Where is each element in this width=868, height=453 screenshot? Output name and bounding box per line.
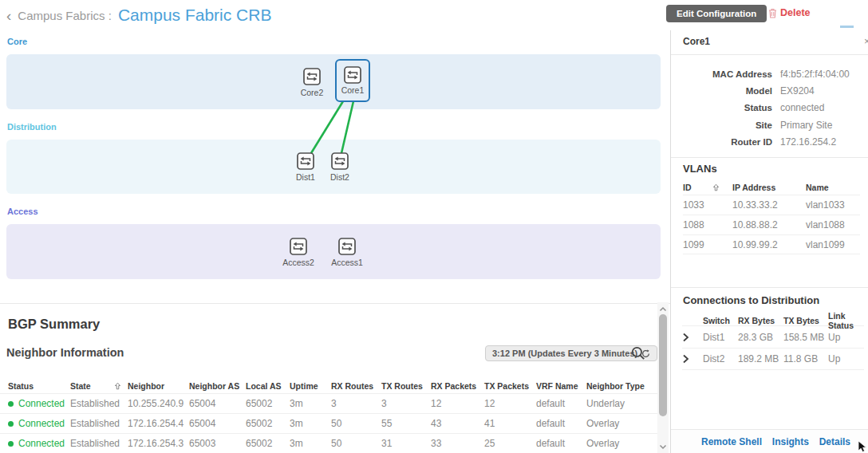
tx-packets-cell: 25 <box>484 438 536 449</box>
vlan-ip-cell: 10.88.88.2 <box>726 219 806 230</box>
status-dot-connected <box>8 421 14 427</box>
col-neighbor[interactable]: Neighbor <box>128 381 189 391</box>
state-cell: Established <box>70 438 128 449</box>
col-uptime[interactable]: Uptime <box>290 381 331 391</box>
scroll-down-icon[interactable] <box>658 442 668 451</box>
details-link[interactable]: Details <box>819 436 850 447</box>
detail-row: Site Primary Site <box>671 116 868 133</box>
insights-link[interactable]: Insights <box>772 436 809 447</box>
rx-packets-cell: 12 <box>431 398 484 409</box>
neighbor-as-cell: 65004 <box>189 418 246 429</box>
col-neighbor-as[interactable]: Neighbor AS <box>189 381 246 391</box>
uptime-cell: 3m <box>290 418 331 429</box>
node-label: Dist1 <box>296 172 315 182</box>
node-core2[interactable]: Core2 <box>293 68 331 97</box>
node-label: Core1 <box>341 85 365 95</box>
access-section-label: Access <box>7 207 38 216</box>
rx-packets-cell: 43 <box>431 418 484 429</box>
search-icon[interactable] <box>630 345 648 363</box>
col-vrf-name[interactable]: VRF Name <box>536 381 586 391</box>
vlan-name-cell: vlan1088 <box>806 219 860 230</box>
detail-value: Primary Site <box>780 120 832 131</box>
edit-configuration-button[interactable]: Edit Configuration <box>666 5 767 22</box>
vlan-row[interactable]: 1088 10.88.88.2 vlan1088 <box>683 215 860 234</box>
bgp-table-row[interactable]: Connected Established 172.16.254.4 65004… <box>0 413 657 433</box>
divider <box>671 287 868 288</box>
expand-chevron-icon[interactable] <box>682 333 703 342</box>
col-neighbor-type[interactable]: Neighbor Type <box>586 381 657 391</box>
vlan-id-cell: 1033 <box>683 199 726 211</box>
node-label: Access1 <box>331 258 363 267</box>
vlan-row[interactable]: 1099 10.99.99.2 vlan1099 <box>683 234 860 254</box>
switch-icon <box>331 152 349 170</box>
bgp-table-row[interactable]: Connected Established 10.255.240.9 65004… <box>0 393 657 413</box>
state-cell: Established <box>70 398 128 409</box>
col-tx-bytes[interactable]: TX Bytes <box>783 316 828 325</box>
detail-row: Model EX9204 <box>671 82 868 99</box>
neighbor-information-title: Neighbor Information <box>6 346 124 359</box>
delete-label: Delete <box>780 7 811 18</box>
uptime-cell: 3m <box>290 438 331 449</box>
rx-routes-cell: 50 <box>331 418 381 429</box>
bgp-summary-title: BGP Summary <box>8 317 100 332</box>
col-local-as[interactable]: Local AS <box>246 381 290 391</box>
node-dist1[interactable]: Dist1 <box>286 152 325 182</box>
col-link-status[interactable]: Link Status <box>828 311 864 330</box>
sort-ascending-icon <box>114 382 121 390</box>
col-vlan-name[interactable]: Name <box>806 183 860 192</box>
vrf-name-cell: default <box>536 398 586 409</box>
col-rx-packets[interactable]: RX Packets <box>431 381 484 391</box>
detail-row: Router ID 172.16.254.2 <box>671 134 868 151</box>
col-state[interactable]: State <box>70 381 128 391</box>
connection-row[interactable]: Dist2 189.2 MB 11.8 GB Up <box>682 348 864 370</box>
local-as-cell: 65002 <box>246 398 290 409</box>
col-tx-routes[interactable]: TX Routes <box>381 381 431 391</box>
tx-packets-cell: 12 <box>484 398 536 409</box>
node-label: Dist2 <box>330 172 349 182</box>
remote-shell-link[interactable]: Remote Shell <box>701 436 762 447</box>
node-access2[interactable]: Access2 <box>279 238 318 267</box>
vlan-id-cell: 1099 <box>683 239 726 250</box>
node-label: Access2 <box>282 258 314 267</box>
col-rx-routes[interactable]: RX Routes <box>331 381 381 391</box>
status-text: Connected <box>18 398 65 409</box>
delete-button[interactable]: Delete <box>768 7 811 18</box>
switch-cell: Dist2 <box>703 353 738 364</box>
tx-bytes-cell: 11.8 GB <box>783 353 828 364</box>
switch-icon <box>344 66 361 84</box>
status-dot-connected <box>8 441 14 447</box>
switch-icon <box>297 152 314 170</box>
col-tx-packets[interactable]: TX Packets <box>484 381 536 391</box>
close-icon[interactable]: × <box>864 35 868 47</box>
scrollbar-thumb[interactable] <box>659 314 667 416</box>
vlan-row[interactable]: 1033 10.33.33.2 vlan1033 <box>683 195 860 215</box>
scroll-up-icon[interactable] <box>658 305 668 314</box>
col-vlan-id-label: ID <box>683 183 692 192</box>
neighbor-type-cell: Overlay <box>586 438 657 449</box>
col-switch[interactable]: Switch <box>703 316 738 325</box>
col-vlan-ip[interactable]: IP Address <box>726 183 806 192</box>
switch-cell: Dist1 <box>703 332 738 343</box>
detail-label: Model <box>671 86 772 96</box>
trash-icon <box>768 8 777 18</box>
col-vlan-id[interactable]: ID <box>683 183 726 192</box>
bgp-scrollbar[interactable] <box>657 302 669 453</box>
col-rx-bytes[interactable]: RX Bytes <box>738 316 783 325</box>
rx-routes-cell: 50 <box>331 438 381 449</box>
bgp-table-row[interactable]: Connected Established 172.16.254.3 65003… <box>0 433 657 453</box>
node-core1-selected[interactable]: Core1 <box>335 59 370 102</box>
link-status-cell: Up <box>828 332 864 343</box>
node-access1[interactable]: Access1 <box>328 238 366 267</box>
tx-bytes-cell: 158.5 MB <box>783 332 828 343</box>
vlans-table-header: ID IP Address Name <box>683 180 860 195</box>
status-text: Connected <box>18 418 65 429</box>
node-dist2[interactable]: Dist2 <box>321 152 359 182</box>
col-status[interactable]: Status <box>8 381 70 391</box>
panel-resize-handle[interactable] <box>840 26 854 28</box>
switch-icon <box>290 238 307 255</box>
expand-chevron-icon[interactable] <box>682 354 703 364</box>
vlan-name-cell: vlan1033 <box>806 199 860 211</box>
vrf-name-cell: default <box>536 418 586 429</box>
connections-table-header: Switch RX Bytes TX Bytes Link Status <box>682 311 864 325</box>
detail-row: Status connected <box>671 100 868 116</box>
